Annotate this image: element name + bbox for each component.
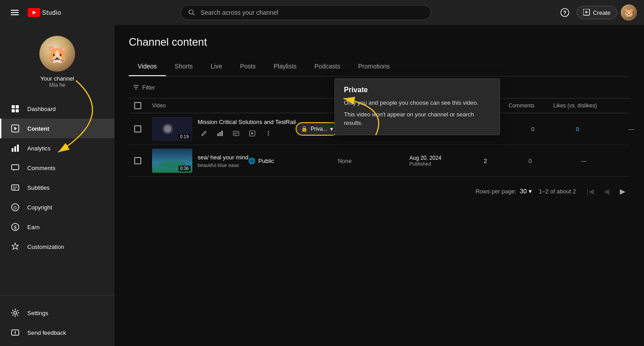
row2-comments: 0 [508,158,552,164]
sidebar-item-copyright[interactable]: © Copyright [0,197,114,217]
row1-check[interactable] [134,125,141,132]
row1-status-button[interactable]: 🔒 Priva... ▾ [296,122,338,136]
row1-duration: 0:19 [178,134,191,140]
row1-chevron-icon: ▾ [330,125,333,132]
sidebar-item-comments[interactable]: Comments [0,158,114,178]
create-button[interactable]: Create [576,6,617,19]
next-page-button[interactable]: ▶ [615,184,630,198]
row1-edit-icon[interactable] [198,127,210,140]
sidebar-item-content[interactable]: Content [0,119,114,138]
subtitles-label: Subtitles [27,184,50,191]
analytics-label: Analytics [27,145,51,152]
row1-subtitle-icon[interactable] [230,127,242,140]
svg-rect-41 [220,132,221,136]
row1-more-icon[interactable] [262,127,275,140]
sidebar-item-dashboard[interactable]: Dashboard [0,99,114,119]
svg-point-38 [164,125,171,132]
row1-analytics-icon[interactable] [214,127,226,140]
header-comments: Comments [499,103,544,109]
svg-rect-21 [12,165,19,170]
tab-shorts[interactable]: Shorts [166,57,202,76]
sidebar-item-analytics[interactable]: Analytics [0,138,114,158]
row2-views: 2 [463,158,508,164]
table-row[interactable]: 0:36 sea/ heal your mind beautiful blue … [129,145,630,177]
copyright-label: Copyright [27,204,52,211]
sidebar-item-settings[interactable]: Settings [0,303,114,323]
row2-checkbox[interactable] [134,157,152,164]
topbar-left: Studio [7,6,114,19]
filter-label: Filter [142,84,155,91]
filter-icon [132,84,140,91]
create-icon [583,9,590,16]
pagination: Rows per page: 30 ▾ 1–2 of about 2 |◀ ◀ … [129,177,630,205]
sidebar-item-subtitles[interactable]: Subtitles [0,178,114,197]
help-icon: ? [560,8,569,17]
avatar-image: 🐹 [621,4,637,21]
help-button[interactable]: ? [557,4,573,21]
search-input[interactable] [200,9,424,16]
header-checkbox [134,102,152,109]
svg-rect-1 [11,12,19,13]
svg-point-49 [268,132,269,133]
svg-rect-19 [14,146,16,152]
row2-status-label: Public [258,158,274,164]
create-label: Create [593,9,610,16]
filter-button[interactable]: Filter [129,82,159,93]
svg-point-48 [268,131,269,132]
comments-icon [10,163,20,172]
first-page-button[interactable]: |◀ [583,184,597,198]
row2-status: 🌐 Public [248,158,338,164]
svg-point-50 [268,134,269,135]
row2-duration: 0:36 [178,166,191,171]
menu-icon[interactable] [7,6,22,19]
tab-live[interactable]: Live [202,57,231,76]
avatar[interactable]: 🐹 [621,4,637,21]
svg-marker-17 [14,127,17,130]
row2-check[interactable] [134,157,141,164]
svg-marker-47 [251,132,254,135]
earn-label: Earn [27,224,39,231]
layout: 🐹 Your channel Mia he Dashboard [0,25,644,346]
rows-count: 30 [520,188,527,195]
studio-label: Studio [42,9,61,16]
sidebar-item-feedback[interactable]: Send feedback [0,323,114,342]
channel-avatar-image: 🐹 [39,36,75,72]
row1-checkbox[interactable] [134,125,152,132]
channel-info[interactable]: 🐹 Your channel Mia he [0,25,114,95]
row1-play-icon[interactable] [246,127,258,140]
tab-videos[interactable]: Videos [129,57,166,76]
sidebar-item-earn[interactable]: $ Earn [0,217,114,237]
yt-logo[interactable]: Studio [28,8,61,17]
dashboard-label: Dashboard [27,106,56,112]
row2-thumbnail: 0:36 [152,149,192,173]
select-all-checkbox[interactable] [134,102,141,109]
channel-sub: Mia he [49,82,65,88]
svg-rect-13 [16,105,19,108]
tab-promotions[interactable]: Promotions [349,57,399,76]
row2-status-display: 🌐 Public [248,158,338,164]
tab-podcasts[interactable]: Podcasts [305,57,349,76]
tab-playlists[interactable]: Playlists [265,57,305,76]
row1-status-label: Priva... [310,126,327,132]
row2-restriction-label: None [338,158,352,164]
tab-posts[interactable]: Posts [231,57,265,76]
row2-subtitle: beautiful blue ease [198,162,248,168]
sidebar-nav: Dashboard Content [0,95,114,292]
settings-icon [10,308,20,317]
tooltip-line2: This video won't appear on your channel … [344,110,491,128]
earn-icon: $ [10,222,20,231]
svg-text:©: © [13,205,17,210]
search-icon [188,9,195,16]
svg-rect-18 [12,148,13,152]
header-video: Video [152,103,240,109]
row1-comments: 0 [555,126,600,132]
svg-rect-0 [11,10,19,11]
row1-video-cell: 0:19 Mission Critical Solutions and Test… [152,117,296,141]
copyright-icon: © [10,203,20,212]
svg-rect-12 [12,105,15,108]
svg-rect-2 [11,14,19,15]
sidebar-item-customization[interactable]: Customization [0,237,114,256]
prev-page-button[interactable]: ◀ [599,184,614,198]
customization-icon [10,242,20,251]
rows-count-selector[interactable]: 30 ▾ [520,188,532,195]
